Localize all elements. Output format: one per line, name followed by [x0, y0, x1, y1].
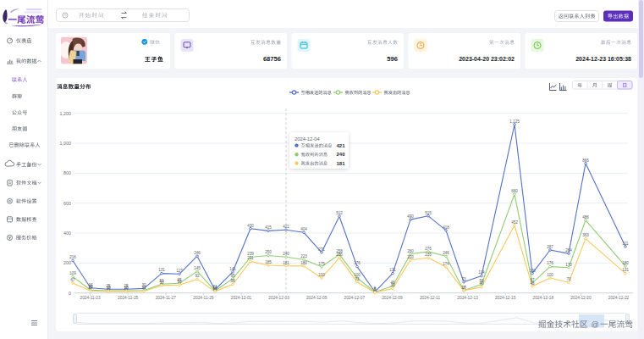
- svg-text:127: 127: [176, 269, 183, 273]
- svg-text:211: 211: [247, 256, 254, 260]
- svg-text:2024-12-07: 2024-12-07: [344, 296, 366, 300]
- svg-text:67: 67: [70, 278, 75, 282]
- svg-text:800: 800: [63, 170, 71, 175]
- svg-text:223: 223: [300, 254, 307, 258]
- svg-text:175: 175: [318, 262, 325, 266]
- svg-text:141: 141: [229, 267, 236, 271]
- svg-text:58: 58: [230, 279, 235, 283]
- svg-text:235: 235: [336, 253, 343, 257]
- svg-text:10: 10: [106, 286, 111, 291]
- svg-text:176: 176: [547, 261, 553, 265]
- svg-text:170: 170: [565, 263, 572, 267]
- svg-text:866: 866: [582, 158, 589, 163]
- svg-text:2023-04-20 23:02:02: 2023-04-20 23:02:02: [459, 56, 515, 62]
- svg-text:260: 260: [407, 249, 414, 253]
- svg-text:421: 421: [336, 143, 345, 148]
- svg-text:2024-12-05: 2024-12-05: [306, 296, 328, 300]
- svg-text:490: 490: [407, 214, 414, 219]
- svg-text:2024-12-03: 2024-12-03: [268, 296, 289, 300]
- svg-text:14: 14: [88, 286, 93, 290]
- svg-text:235: 235: [425, 253, 432, 257]
- svg-text:240: 240: [283, 252, 289, 256]
- svg-text:486: 486: [582, 215, 589, 220]
- svg-text:2024-11-23: 2024-11-23: [80, 296, 102, 300]
- svg-text:1,125: 1,125: [509, 119, 520, 124]
- svg-text:114: 114: [478, 270, 485, 275]
- svg-text:246: 246: [443, 251, 449, 255]
- svg-text:220: 220: [407, 255, 414, 259]
- svg-text:2024-12-13: 2024-12-13: [457, 296, 478, 300]
- svg-text:@: @: [592, 320, 599, 329]
- svg-text:250: 250: [265, 250, 272, 254]
- svg-text:287: 287: [547, 245, 553, 249]
- svg-text:415: 415: [265, 225, 272, 230]
- svg-text:404: 404: [300, 227, 307, 231]
- svg-text:92: 92: [195, 274, 200, 278]
- svg-text:10: 10: [212, 286, 217, 291]
- svg-text:130: 130: [529, 269, 536, 273]
- svg-text:2024-12-09: 2024-12-09: [382, 296, 403, 300]
- svg-text:2024-11-25: 2024-11-25: [118, 296, 139, 300]
- svg-text:16: 16: [461, 286, 466, 290]
- svg-text:131: 131: [158, 268, 165, 272]
- svg-text:200: 200: [63, 260, 71, 265]
- svg-text:176: 176: [354, 261, 361, 265]
- svg-text:271: 271: [318, 247, 325, 252]
- svg-text:421: 421: [283, 225, 289, 229]
- svg-text:2024-12-20: 2024-12-20: [570, 296, 592, 300]
- svg-text:180: 180: [300, 261, 307, 265]
- svg-text:10: 10: [124, 286, 129, 291]
- svg-text:430: 430: [247, 224, 254, 228]
- svg-text:40: 40: [479, 281, 484, 286]
- svg-text:180: 180: [622, 261, 629, 265]
- svg-text:45: 45: [530, 281, 535, 286]
- svg-text:30: 30: [390, 283, 395, 287]
- svg-text:2024-12-22: 2024-12-22: [608, 296, 630, 300]
- svg-text:512: 512: [336, 211, 343, 215]
- svg-text:2024-12-18: 2024-12-18: [533, 296, 554, 300]
- svg-text:53: 53: [177, 280, 182, 284]
- svg-text:145: 145: [194, 266, 201, 270]
- svg-text:264: 264: [565, 248, 572, 253]
- svg-text:400: 400: [63, 231, 71, 236]
- svg-text:0: 0: [69, 291, 71, 296]
- svg-text:70: 70: [566, 277, 571, 281]
- svg-text:131: 131: [622, 268, 629, 272]
- svg-text:109: 109: [69, 271, 76, 275]
- svg-text:2024-12-15: 2024-12-15: [495, 296, 516, 300]
- svg-text:95: 95: [230, 274, 235, 278]
- svg-text:246: 246: [194, 251, 201, 255]
- svg-text:2024-11-29: 2024-11-29: [193, 296, 214, 300]
- svg-text:2024-11-27: 2024-11-27: [156, 296, 177, 300]
- svg-text:1,000: 1,000: [60, 141, 72, 146]
- svg-text:174: 174: [443, 262, 449, 266]
- svg-text:216: 216: [69, 255, 76, 259]
- svg-text:185: 185: [265, 260, 272, 264]
- svg-text:181: 181: [336, 161, 345, 166]
- svg-text:596: 596: [387, 55, 398, 63]
- svg-text:50: 50: [159, 281, 164, 285]
- svg-text:181: 181: [283, 261, 289, 265]
- svg-text:2024-12-01: 2024-12-01: [231, 296, 252, 300]
- svg-text:12: 12: [141, 286, 146, 290]
- svg-text:2024-12-23 16:05:38: 2024-12-23 16:05:38: [575, 56, 631, 62]
- svg-text:363: 363: [582, 233, 589, 237]
- svg-text:100: 100: [547, 273, 553, 277]
- svg-text:452: 452: [511, 220, 518, 225]
- svg-text:600: 600: [63, 201, 71, 206]
- svg-text:73: 73: [355, 277, 360, 281]
- svg-text:100: 100: [318, 273, 325, 277]
- svg-text:418: 418: [443, 225, 449, 230]
- svg-text:276: 276: [425, 247, 432, 251]
- svg-text:73: 73: [461, 277, 466, 281]
- svg-text:68756: 68756: [263, 55, 281, 63]
- svg-text:2024-12-11: 2024-12-11: [420, 296, 441, 300]
- svg-text:1,200: 1,200: [60, 111, 72, 116]
- svg-text:660: 660: [511, 189, 518, 193]
- svg-text:240: 240: [336, 152, 345, 157]
- svg-text:515: 515: [425, 211, 432, 215]
- svg-text:3: 3: [374, 287, 377, 292]
- svg-text:2024-12-04: 2024-12-04: [294, 136, 320, 142]
- svg-text:131: 131: [389, 268, 396, 272]
- svg-text:311: 311: [622, 242, 629, 246]
